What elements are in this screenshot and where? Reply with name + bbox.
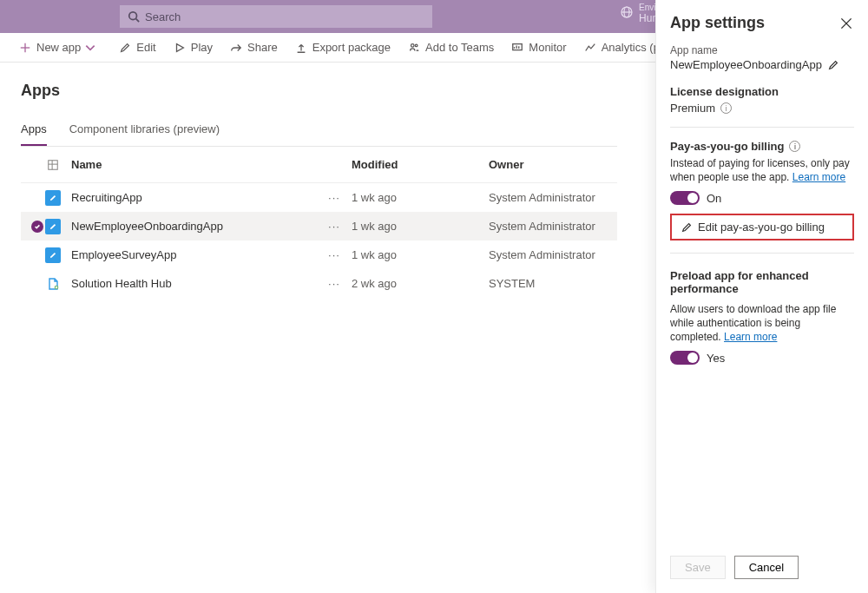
app-name-cell: Solution Health Hub	[66, 277, 317, 290]
tab-component-libraries[interactable]: Component libraries (preview)	[69, 115, 220, 146]
edit-app-name-button[interactable]	[827, 59, 839, 71]
search-icon	[128, 10, 140, 23]
canvas-app-icon	[45, 190, 61, 206]
app-name-cell: NewEmployeeOnboardingApp	[66, 220, 317, 233]
edit-button[interactable]: Edit	[110, 33, 164, 63]
tab-strip: Apps Component libraries (preview)	[21, 115, 617, 147]
play-button[interactable]: Play	[165, 33, 221, 63]
table-row[interactable]: Solution Health Hub···2 wk agoSYSTEM	[21, 269, 617, 298]
table-header: Name Modified Owner	[21, 147, 617, 183]
svg-marker-7	[176, 43, 183, 51]
pencil-icon	[681, 221, 693, 234]
owner-cell: System Administrator	[489, 191, 617, 204]
search-input[interactable]	[145, 10, 424, 23]
column-options-icon[interactable]	[40, 159, 66, 171]
license-info-icon[interactable]: i	[720, 102, 732, 114]
paygo-info-icon[interactable]: i	[789, 141, 800, 152]
play-icon	[174, 42, 186, 54]
edit-paygo-button[interactable]: Edit pay-as-you-go billing	[670, 214, 854, 240]
canvas-app-icon	[45, 219, 61, 234]
row-more-button[interactable]: ···	[328, 248, 340, 261]
table-row[interactable]: EmployeeSurveyApp···1 wk agoSystem Admin…	[21, 240, 617, 269]
table-row[interactable]: NewEmployeeOnboardingApp···1 wk agoSyste…	[21, 212, 617, 240]
model-app-icon	[45, 276, 61, 292]
owner-cell: System Administrator	[489, 220, 617, 233]
main-content: Apps Apps Component libraries (preview) …	[0, 63, 638, 593]
apps-list: RecruitingApp···1 wk agoSystem Administr…	[21, 183, 617, 298]
modified-cell: 1 wk ago	[352, 248, 489, 261]
plus-icon	[19, 42, 31, 54]
app-name-cell: RecruitingApp	[66, 191, 317, 204]
paygo-learn-more-link[interactable]: Learn more	[792, 171, 845, 183]
preload-learn-more-link[interactable]: Learn more	[724, 331, 777, 343]
license-value: Premium	[670, 102, 715, 115]
modified-cell: 2 wk ago	[352, 277, 489, 290]
close-panel-button[interactable]	[838, 16, 854, 31]
tab-apps[interactable]: Apps	[21, 115, 47, 146]
chevron-down-icon	[84, 42, 96, 54]
svg-line-1	[136, 19, 140, 23]
column-modified[interactable]: Modified	[352, 158, 489, 171]
svg-point-8	[411, 43, 415, 47]
svg-rect-15	[49, 160, 58, 169]
column-name[interactable]: Name	[66, 158, 317, 171]
monitor-button[interactable]: Monitor	[503, 33, 575, 63]
preload-toggle[interactable]	[670, 351, 700, 365]
svg-point-0	[129, 12, 137, 20]
panel-footer: Save Cancel	[670, 544, 854, 593]
modified-cell: 1 wk ago	[352, 191, 489, 204]
row-more-button[interactable]: ···	[328, 277, 340, 290]
export-package-button[interactable]: Export package	[286, 33, 399, 63]
add-to-teams-button[interactable]: Add to Teams	[399, 33, 503, 63]
search-box[interactable]	[120, 5, 432, 28]
svg-point-9	[415, 44, 418, 47]
table-row[interactable]: RecruitingApp···1 wk agoSystem Administr…	[21, 183, 617, 212]
panel-title: App settings	[670, 14, 765, 32]
license-heading: License designation	[670, 85, 854, 98]
close-icon	[838, 16, 854, 31]
app-name-label: App name	[670, 44, 854, 56]
paygo-toggle[interactable]	[670, 191, 700, 205]
page-title: Apps	[21, 82, 617, 100]
canvas-app-icon	[45, 247, 61, 263]
share-button[interactable]: Share	[221, 33, 286, 63]
paygo-heading: Pay-as-you-go billing	[670, 140, 784, 153]
owner-cell: SYSTEM	[489, 277, 617, 290]
save-button: Save	[670, 556, 726, 579]
export-icon	[295, 42, 307, 54]
cancel-button[interactable]: Cancel	[734, 556, 799, 579]
analytics-icon	[584, 42, 596, 54]
row-more-button[interactable]: ···	[328, 191, 340, 204]
share-icon	[230, 42, 242, 54]
environment-icon	[620, 5, 634, 21]
app-name-value: NewEmployeeOnboardingApp	[670, 58, 822, 71]
pencil-icon	[119, 42, 131, 54]
paygo-toggle-label: On	[707, 192, 721, 205]
monitor-icon	[511, 42, 523, 54]
owner-cell: System Administrator	[489, 248, 617, 261]
preload-toggle-label: Yes	[707, 352, 725, 365]
column-owner[interactable]: Owner	[489, 158, 617, 171]
preload-heading: Preload app for enhanced performance	[670, 269, 854, 295]
new-app-button[interactable]: New app	[10, 33, 110, 63]
modified-cell: 1 wk ago	[352, 220, 489, 233]
app-name-cell: EmployeeSurveyApp	[66, 248, 317, 261]
row-more-button[interactable]: ···	[328, 220, 340, 233]
app-settings-panel: App settings App name NewEmployeeOnboard…	[655, 0, 868, 593]
teams-icon	[408, 42, 420, 54]
